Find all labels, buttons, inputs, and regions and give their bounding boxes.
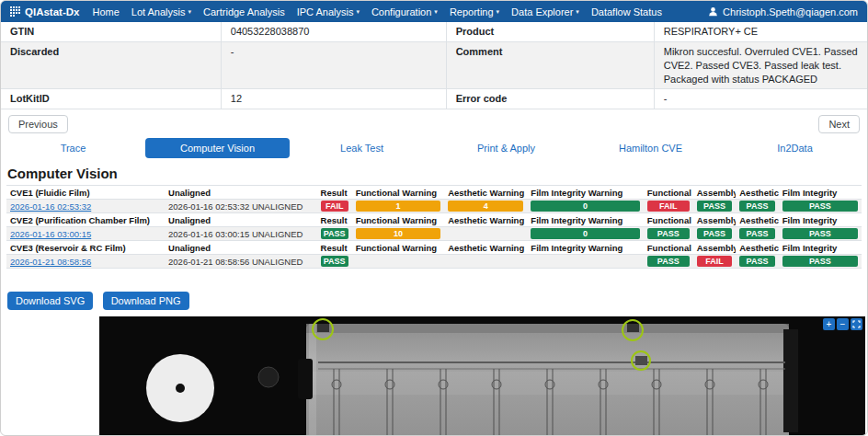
nav-item-configuration[interactable]: Configuration▾ bbox=[371, 6, 438, 17]
cve1-header-row: CVE1 (Fluidic Film) Unaligned Result Fun… bbox=[6, 186, 862, 200]
cve2-data-row: 2026-01-16 03:00:15 2026-01-16 03:00:15 … bbox=[6, 227, 862, 241]
col-header-aesthetic-warning: Aesthetic Warning bbox=[444, 213, 527, 227]
aesthetic-badge: PASS bbox=[739, 228, 775, 239]
col-header-functional: Functional bbox=[644, 241, 693, 255]
page-title: Computer Vision bbox=[7, 166, 867, 181]
col-header-functional-warning: Functional Warning bbox=[352, 186, 444, 200]
col-header-unaligned: Unaligned bbox=[165, 241, 317, 255]
fullscreen-button[interactable] bbox=[851, 318, 862, 330]
aesthetic-badge: PASS bbox=[739, 256, 775, 267]
zoom-in-button[interactable]: + bbox=[823, 318, 835, 330]
assembly-badge: PASS bbox=[697, 201, 733, 212]
detail-label-gtin: GTIN bbox=[1, 22, 221, 41]
detail-row: LotKitID 12 Error code - bbox=[1, 89, 867, 109]
cve-timestamp-link[interactable]: 2026-01-16 03:00:15 bbox=[10, 229, 91, 239]
col-header-result: Result bbox=[317, 186, 352, 200]
col-header-result: Result bbox=[317, 213, 352, 227]
detail-row: GTIN 04053228038870 Product RESPIRATORY+… bbox=[1, 22, 867, 41]
cve-timestamp-link[interactable]: 2026-01-16 02:53:32 bbox=[10, 201, 91, 212]
tab-computer-vision[interactable]: Computer Vision bbox=[145, 138, 290, 158]
detail-value-comment: Mikron succesful. Overruled CVE1. Passed… bbox=[654, 41, 867, 89]
tab-hamilton-cve[interactable]: Hamilton CVE bbox=[578, 138, 723, 158]
zoom-out-button[interactable]: − bbox=[837, 318, 849, 330]
tab-bar: Trace Computer Vision Leak Test Print & … bbox=[1, 138, 867, 158]
col-header-aesthetic: Aesthetic bbox=[736, 186, 779, 200]
nav-item-dataflow-status[interactable]: Dataflow Status bbox=[591, 6, 662, 17]
user-icon bbox=[708, 6, 718, 17]
cartridge-image-panel: + − bbox=[99, 316, 865, 436]
cve-timestamp-link[interactable]: 2026-01-21 08:58:56 bbox=[10, 257, 91, 267]
cve2-header-row: CVE2 (Purification Chamber Film) Unalign… bbox=[6, 213, 862, 227]
cve-results-table: CVE1 (Fluidic Film) Unaligned Result Fun… bbox=[6, 185, 862, 269]
col-header-film-integrity-warning: Film Integrity Warning bbox=[527, 213, 643, 227]
detail-value-lotkitid: 12 bbox=[221, 89, 446, 109]
col-header-aesthetic: Aesthetic bbox=[736, 213, 779, 227]
col-header-unaligned: Unaligned bbox=[165, 186, 317, 200]
previous-button[interactable]: Previous bbox=[8, 115, 68, 133]
functional-warning-badge: 10 bbox=[356, 228, 440, 239]
nav-item-ipc-analysis[interactable]: IPC Analysis▾ bbox=[297, 6, 360, 17]
caret-down-icon: ▾ bbox=[497, 8, 500, 15]
result-badge: FAIL bbox=[321, 201, 348, 212]
aesthetic-warning-badge: 4 bbox=[448, 201, 523, 212]
col-header-aesthetic-warning: Aesthetic Warning bbox=[444, 241, 527, 255]
film-integrity-badge: PASS bbox=[782, 201, 858, 212]
download-png-button[interactable]: Download PNG bbox=[103, 292, 189, 310]
col-header-functional: Functional bbox=[644, 213, 693, 227]
detail-label-comment: Comment bbox=[446, 41, 654, 89]
assembly-badge: PASS bbox=[697, 228, 733, 239]
functional-badge: FAIL bbox=[647, 201, 690, 212]
nav-item-cartridge-analysis[interactable]: Cartridge Analysis bbox=[203, 6, 285, 17]
caret-down-icon: ▾ bbox=[576, 8, 579, 15]
user-account[interactable]: Christoph.Speth@qiagen.com bbox=[708, 6, 858, 17]
col-header-aesthetic-warning: Aesthetic Warning bbox=[444, 186, 527, 200]
col-header-result: Result bbox=[317, 241, 352, 255]
detail-row: Discarded - Comment Mikron succesful. Ov… bbox=[1, 41, 867, 89]
cve3-header-row: CVE3 (Reservoir & RC Film) Unaligned Res… bbox=[6, 241, 862, 255]
col-header-unaligned: Unaligned bbox=[165, 213, 317, 227]
col-header-film-integrity-warning: Film Integrity Warning bbox=[527, 241, 643, 255]
film-integrity-badge: PASS bbox=[782, 228, 858, 239]
col-header-film-integrity-warning: Film Integrity Warning bbox=[527, 186, 643, 200]
nav-item-lot-analysis[interactable]: Lot Analysis▾ bbox=[131, 6, 191, 17]
app-logo-icon bbox=[10, 6, 20, 17]
nav-item-data-explorer[interactable]: Data Explorer▾ bbox=[511, 6, 579, 17]
nav-item-reporting[interactable]: Reporting▾ bbox=[450, 6, 499, 17]
cve3-data-row: 2026-01-21 08:58:56 2026-01-21 08:58:56 … bbox=[6, 255, 862, 269]
top-navbar: QIAstat-Dx Home Lot Analysis▾ Cartridge … bbox=[1, 1, 867, 22]
detail-value-product: RESPIRATORY+ CE bbox=[654, 22, 867, 41]
tab-print-apply[interactable]: Print & Apply bbox=[434, 138, 578, 158]
film-integrity-badge: PASS bbox=[782, 256, 858, 267]
caret-down-icon: ▾ bbox=[356, 8, 360, 15]
detail-value-gtin: 04053228038870 bbox=[221, 22, 446, 41]
cartridge-inspection-image[interactable] bbox=[99, 316, 865, 436]
detail-label-lotkitid: LotKitID bbox=[1, 89, 221, 109]
nav-item-home[interactable]: Home bbox=[92, 6, 119, 17]
functional-warning-badge: 1 bbox=[356, 201, 440, 212]
tab-in2data[interactable]: In2Data bbox=[723, 138, 867, 158]
detail-label-product: Product bbox=[446, 22, 654, 41]
film-integrity-warning-badge: 0 bbox=[531, 201, 639, 212]
detail-value-discarded: - bbox=[221, 41, 446, 89]
tab-trace[interactable]: Trace bbox=[1, 138, 145, 158]
tab-leak-test[interactable]: Leak Test bbox=[290, 138, 434, 158]
col-header-film-integrity: Film Integrity bbox=[779, 186, 862, 200]
cve-group-name: CVE2 (Purification Chamber Film) bbox=[6, 213, 165, 227]
detail-value-error-code: - bbox=[654, 89, 867, 109]
detail-label-error-code: Error code bbox=[446, 89, 654, 109]
col-header-functional-warning: Functional Warning bbox=[352, 213, 444, 227]
app-brand-label: QIAstat-Dx bbox=[25, 6, 79, 17]
navbar-brand[interactable]: QIAstat-Dx bbox=[10, 6, 79, 17]
cve1-data-row: 2026-01-16 02:53:32 2026-01-16 02:53:32 … bbox=[6, 200, 862, 213]
aesthetic-badge: PASS bbox=[739, 201, 775, 212]
cve-unaligned-text: 2026-01-16 02:53:32 UNALIGNED bbox=[165, 200, 317, 213]
fullscreen-icon bbox=[852, 320, 861, 328]
next-button[interactable]: Next bbox=[818, 115, 860, 133]
download-svg-button[interactable]: Download SVG bbox=[7, 292, 93, 310]
functional-badge: PASS bbox=[647, 228, 690, 239]
cve-unaligned-text: 2026-01-16 03:00:15 UNALIGNED bbox=[165, 227, 317, 241]
cve-group-name: CVE1 (Fluidic Film) bbox=[6, 186, 165, 200]
col-header-assembly: Assembly bbox=[693, 241, 737, 255]
download-toolbar: Download SVG Download PNG bbox=[7, 292, 867, 310]
result-badge: PASS bbox=[321, 256, 348, 267]
